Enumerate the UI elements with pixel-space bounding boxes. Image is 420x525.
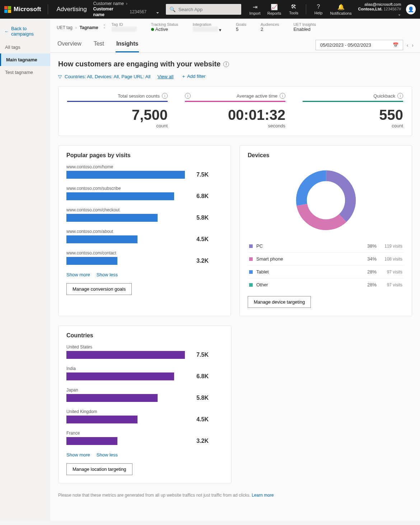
search-input[interactable] — [178, 7, 239, 12]
legend-row: Tablet 28% 97 visits — [248, 265, 404, 278]
meta-integration: Integration ▾ — [193, 22, 222, 33]
arrow-left-icon: ← — [4, 29, 9, 34]
devices-donut-chart — [294, 168, 358, 233]
reports-icon: 📈 — [271, 4, 278, 10]
back-to-campaigns-link[interactable]: ← Back to campaigns — [0, 22, 50, 41]
show-less-link[interactable]: Show less — [97, 452, 118, 458]
show-less-link[interactable]: Show less — [97, 272, 118, 277]
view-all-filters-link[interactable]: View all — [158, 74, 174, 79]
chevron-right-icon — [126, 1, 127, 7]
bar-row: www.contoso.com/home 7.5K — [66, 164, 223, 179]
microsoft-logo: Microsoft — [4, 6, 41, 13]
avatar[interactable]: 👤 — [406, 4, 416, 14]
meta-audiences: Audiences2 — [261, 22, 279, 33]
swatch-icon — [249, 257, 253, 261]
info-icon[interactable]: i — [162, 93, 168, 99]
kpi-active-time[interactable]: iAverage active timei 00:01:32 seconds — [176, 86, 294, 136]
add-filter-button[interactable]: ＋ Add filter — [181, 73, 205, 80]
import-button[interactable]: ⇥Import — [248, 4, 262, 15]
page-title: How customers are engaging with your web… — [58, 60, 412, 68]
countries-card: Countries United States 7.5KIndia 6.8KJa… — [58, 325, 232, 483]
bar-row: Japan 5.8K — [66, 388, 223, 402]
tab-insights[interactable]: Insights — [116, 38, 139, 52]
legend-row: PC 38% 119 visits — [248, 240, 404, 252]
info-icon[interactable]: i — [397, 93, 403, 99]
brand-company: Microsoft — [14, 6, 41, 13]
footnote: Please note that these metrics are gener… — [58, 493, 412, 498]
manage-location-targeting-button[interactable]: Manage location targeting — [66, 463, 132, 475]
reports-button[interactable]: 📈Reports — [267, 4, 281, 15]
tab-overview[interactable]: Overview — [57, 38, 82, 52]
bar-row: www.contoso.com/subscribe 6.8K — [66, 186, 223, 200]
calendar-icon: 📅 — [393, 42, 398, 48]
meta-tracking-status: Tracking StatusActive — [151, 22, 178, 33]
svg-point-3 — [301, 176, 350, 225]
bar-row: www.contoso.com/contact 3.2K — [66, 250, 223, 265]
bar-row: France 3.2K — [66, 431, 223, 445]
bar-row: United States 7.5K — [66, 344, 223, 359]
prev-period-button[interactable]: ‹ — [407, 42, 409, 48]
sidebar-item[interactable]: All tags — [0, 41, 50, 53]
breadcrumb: UET tag Tagname ˄˅ — [57, 25, 105, 31]
manage-conversion-goals-button[interactable]: Manage conversion goals — [66, 283, 132, 295]
bell-icon: 🔔 — [337, 4, 345, 10]
help-icon: ? — [317, 4, 320, 10]
chevron-down-icon: ⌄ — [398, 12, 401, 16]
popular-pages-card: Popular pages by visits www.contoso.com/… — [58, 145, 231, 316]
swatch-icon — [249, 270, 253, 274]
swatch-icon — [249, 244, 253, 248]
sidebar-item[interactable]: Test tagname — [0, 66, 50, 79]
meta-goals: Goals5 — [236, 22, 246, 33]
status-dot-icon — [151, 28, 154, 31]
top-bar: Microsoft Advertising Customer name Cust… — [0, 0, 420, 19]
bar-row: India 6.8K — [66, 366, 223, 380]
kpi-quickback[interactable]: Quickbacki 550 count — [294, 86, 412, 136]
brand-product: Advertising — [56, 6, 87, 13]
sidebar-item[interactable]: Main tagname — [0, 53, 50, 66]
legend-row: Smart phone 34% 108 visits — [248, 252, 404, 265]
kpi-sessions[interactable]: Total session countsi 7,500 count — [59, 86, 176, 136]
main-content: UET tag Tagname ˄˅ Tag ID Tracking Statu… — [50, 19, 420, 521]
learn-more-link[interactable]: Learn more — [252, 493, 274, 498]
stepper-icon[interactable]: ˄˅ — [103, 25, 105, 31]
info-icon[interactable]: i — [280, 93, 285, 99]
meta-uet-insights: UET InsightsEnabled — [293, 22, 316, 33]
filter-bar: ▽ Countries: All, Devices: All, Page URL… — [58, 73, 412, 80]
swatch-icon — [249, 283, 253, 287]
chevron-right-icon — [75, 25, 77, 30]
import-icon: ⇥ — [253, 4, 257, 10]
devices-card: Devices PC 38% 119 visits Smart phone 34… — [239, 145, 412, 316]
search-box[interactable]: 🔍 — [166, 4, 241, 15]
kpi-card: Total session countsi 7,500 count iAvera… — [58, 86, 412, 136]
tools-button[interactable]: 🛠Tools — [286, 4, 301, 15]
date-range-picker[interactable]: 05/02/2023 - 05/02/2023 📅 — [316, 40, 403, 50]
info-icon[interactable]: i — [185, 93, 191, 99]
filter-icon: ▽ — [58, 74, 62, 79]
bar-row: United Kingdom 4.5K — [66, 409, 223, 423]
help-button[interactable]: ?Help — [311, 4, 326, 15]
show-more-link[interactable]: Show more — [66, 452, 90, 458]
next-period-button[interactable]: › — [412, 42, 414, 48]
notifications-button[interactable]: 🔔Notifications — [331, 4, 351, 15]
meta-tag-id: Tag ID — [112, 22, 137, 33]
bar-row: www.contoso.com/checkout 5.8K — [66, 207, 223, 222]
customer-selector[interactable]: Customer name Customer name 1234567⌄ — [93, 1, 159, 18]
manage-device-targeting-button[interactable]: Manage device targeting — [248, 296, 311, 308]
bar-row: www.contoso.com/about 4.5K — [66, 229, 223, 243]
sidebar: ← Back to campaigns All tagsMain tagname… — [0, 19, 50, 521]
info-icon[interactable]: i — [223, 61, 229, 67]
divider — [48, 4, 48, 14]
account-menu[interactable]: alias@microsoft.com Contoso,Ltd. 1234567… — [356, 2, 401, 17]
chevron-down-icon: ⌄ — [156, 9, 159, 15]
search-icon: 🔍 — [169, 6, 176, 12]
tab-test[interactable]: Test — [93, 38, 105, 52]
legend-row: Other 28% 97 visits — [248, 278, 404, 291]
show-more-link[interactable]: Show more — [66, 272, 90, 277]
tools-icon: 🛠 — [291, 4, 297, 10]
